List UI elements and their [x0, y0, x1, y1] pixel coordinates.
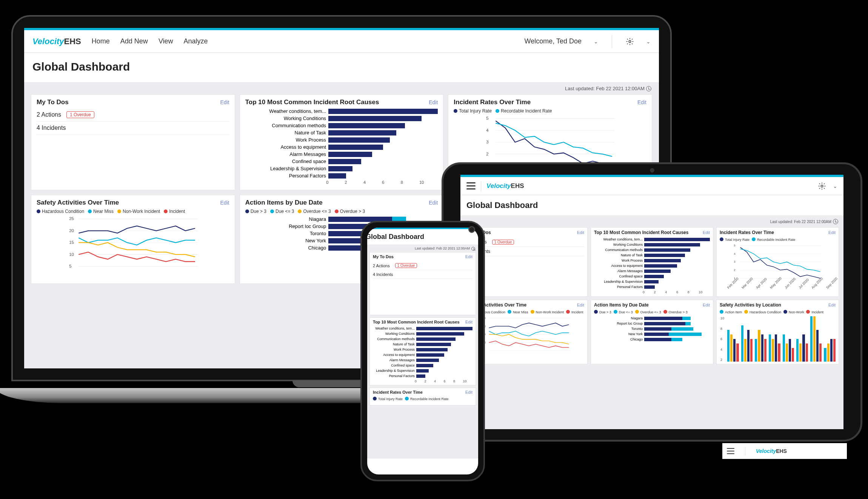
- edit-link[interactable]: Edit: [220, 200, 229, 206]
- edit-link[interactable]: Edit: [429, 200, 438, 206]
- gear-icon[interactable]: [626, 37, 634, 46]
- legend: Hazardous ConditionNear MissNon-Work Inc…: [37, 209, 229, 214]
- svg-text:25: 25: [69, 216, 74, 221]
- todo-incidents-row[interactable]: 4 Incidents: [373, 270, 472, 279]
- phone-bezel: VelocityEHS Global Dashboard Last update…: [360, 221, 485, 481]
- menu-icon[interactable]: [466, 182, 476, 189]
- nav-view[interactable]: View: [159, 37, 173, 45]
- tablet-screen: VelocityEHS ⌄ Global Dashboard Last upda…: [460, 175, 843, 429]
- chevron-down-icon[interactable]: ⌄: [646, 39, 651, 45]
- chevron-down-icon[interactable]: ⌄: [833, 183, 837, 189]
- svg-text:5: 5: [69, 264, 71, 268]
- divider: [612, 35, 612, 48]
- page-title: Global Dashboard: [460, 195, 843, 216]
- line-chart: 510152025: [468, 316, 584, 358]
- phone-device: VelocityEHS Global Dashboard Last update…: [360, 221, 485, 481]
- x-axis: 0246810: [643, 289, 710, 294]
- card-rates: Incident Rates Over TimeEdit Total Injur…: [716, 227, 839, 297]
- legend: Total Injury RateRecordable Incident Rat…: [373, 397, 472, 401]
- edit-link[interactable]: Edit: [429, 99, 438, 105]
- tablet-device: VelocityEHS ⌄ Global Dashboard Last upda…: [442, 162, 862, 453]
- legend: Due > 3Due <= 3Overdue <= 3Overdue > 3: [245, 209, 438, 214]
- gear-icon[interactable]: [818, 182, 826, 190]
- todo-incidents-row[interactable]: 4 Incidents: [468, 247, 584, 256]
- last-updated: Last updated: Feb 22 2021 12:00AM: [31, 83, 652, 94]
- clock-icon: [471, 247, 475, 251]
- stacked-bar-chart: NiagaraReport loc GroupTorontoNew YorkCh…: [594, 316, 710, 341]
- camera-icon: [650, 168, 654, 172]
- card-title: My To Dos: [37, 99, 69, 106]
- overdue-badge: 1 Overdue: [492, 240, 514, 245]
- edit-link[interactable]: Edit: [637, 99, 646, 105]
- divider: [481, 181, 481, 191]
- x-axis: 0246810: [326, 179, 438, 185]
- logo[interactable]: VelocityEHS: [486, 182, 524, 190]
- clock-icon: [833, 219, 838, 224]
- page-body: Global Dashboard Last updated: Feb 22 20…: [367, 229, 478, 459]
- nav-analyze[interactable]: Analyze: [184, 37, 208, 45]
- todo-actions-row[interactable]: 2 Actions1 Overdue: [373, 261, 472, 270]
- edit-link[interactable]: Edit: [220, 99, 229, 105]
- svg-text:5: 5: [486, 116, 489, 120]
- grouped-bar-chart: [720, 316, 836, 362]
- tablet-bezel: VelocityEHS ⌄ Global Dashboard Last upda…: [442, 162, 862, 442]
- edit-link[interactable]: Edit: [703, 230, 710, 235]
- edit-link[interactable]: Edit: [465, 390, 472, 394]
- last-updated: Last updated: Feb 22 2021 12:00AM: [465, 216, 839, 227]
- phone-screen: VelocityEHS Global Dashboard Last update…: [367, 228, 478, 474]
- legend: Due > 3Due <= 3Overdue <= 3Overdue > 3: [594, 310, 710, 314]
- card-rates: Incident Rates Over TimeEdit Total Injur…: [369, 388, 476, 405]
- edit-link[interactable]: Edit: [465, 254, 472, 259]
- todo-incidents: 4 Incidents: [37, 125, 66, 131]
- line-chart: 510152025: [37, 216, 229, 277]
- bar-chart: Weather conditions, tem...Working Condit…: [594, 237, 710, 289]
- chevron-down-icon[interactable]: ⌄: [594, 39, 598, 45]
- overdue-badge: 1 Overdue: [395, 263, 417, 268]
- todo-incidents-row[interactable]: 4 Incidents: [37, 122, 229, 135]
- svg-text:2: 2: [734, 268, 735, 272]
- card-root-causes: Top 10 Most Common Incident Root CausesE…: [369, 317, 476, 385]
- svg-text:5: 5: [734, 244, 736, 247]
- logo-velocity: Velocity: [32, 37, 64, 46]
- bar-chart: Weather conditions, tem...Working Condit…: [245, 108, 438, 179]
- legend: Action ItemHazardous ConditionNon-WorkIn…: [720, 310, 836, 314]
- logo-ehs: EHS: [64, 37, 81, 46]
- dashboard-grid: My To DosEdit 2 Actions1 Overdue 4 Incid…: [465, 227, 839, 364]
- nav-home[interactable]: Home: [92, 37, 110, 45]
- page-body: Global Dashboard Last updated: Feb 22 20…: [460, 195, 843, 429]
- topbar: VelocityEHS Home Add New View Analyze We…: [24, 30, 659, 53]
- topbar: VelocityEHS ⌄: [460, 177, 843, 195]
- card-title: Top 10 Most Common Incident Root Causes: [245, 99, 379, 106]
- nav-add-new[interactable]: Add New: [120, 37, 148, 45]
- edit-link[interactable]: Edit: [577, 303, 584, 307]
- bar-chart: Weather conditions, tem...Working Condit…: [373, 327, 472, 378]
- clock-icon: [646, 86, 651, 91]
- welcome-user[interactable]: Welcome, Ted Doe: [525, 37, 582, 45]
- todo-actions-row[interactable]: 2 Actions 1 Overdue: [37, 108, 229, 122]
- todo-actions: 2 Actions: [37, 111, 61, 118]
- legend: Total Injury RateRecordable Incident Rat…: [454, 108, 646, 114]
- svg-text:3: 3: [734, 260, 736, 263]
- overdue-badge: 1 Overdue: [66, 111, 94, 118]
- x-labels: Feb 2020Mar 2020Apr 2020May 2020Jun 2020…: [726, 287, 836, 291]
- edit-link[interactable]: Edit: [465, 320, 472, 324]
- legend: Total Injury RateRecordable Incident Rat…: [720, 237, 836, 242]
- logo[interactable]: VelocityEHS: [32, 37, 81, 46]
- card-root-causes: Top 10 Most Common Incident Root Causes …: [240, 94, 444, 190]
- card-safety-location: Safety Activities by LocationEdit Action…: [716, 300, 839, 364]
- card-title: Safety Activities Over Time: [37, 199, 119, 206]
- last-updated: Last updated: Feb 22 2021 12:00AM: [367, 245, 478, 252]
- edit-link[interactable]: Edit: [577, 230, 584, 235]
- legend: Hazardous ConditionNear MissNon-Work Inc…: [468, 310, 584, 314]
- edit-link[interactable]: Edit: [828, 230, 836, 235]
- edit-link[interactable]: Edit: [703, 303, 710, 307]
- svg-text:20: 20: [69, 228, 74, 233]
- card-safety-time: Safety Activities Over Time Edit Hazardo…: [31, 195, 235, 284]
- edit-link[interactable]: Edit: [828, 303, 836, 307]
- todo-actions-row[interactable]: 2 Actions1 Overdue: [468, 237, 584, 247]
- svg-point-0: [629, 40, 631, 43]
- card-todos: My To DosEdit 2 Actions1 Overdue 4 Incid…: [369, 252, 476, 315]
- page-title: Global Dashboard: [367, 229, 478, 245]
- svg-text:15: 15: [69, 240, 74, 245]
- page-title: Global Dashboard: [24, 53, 659, 83]
